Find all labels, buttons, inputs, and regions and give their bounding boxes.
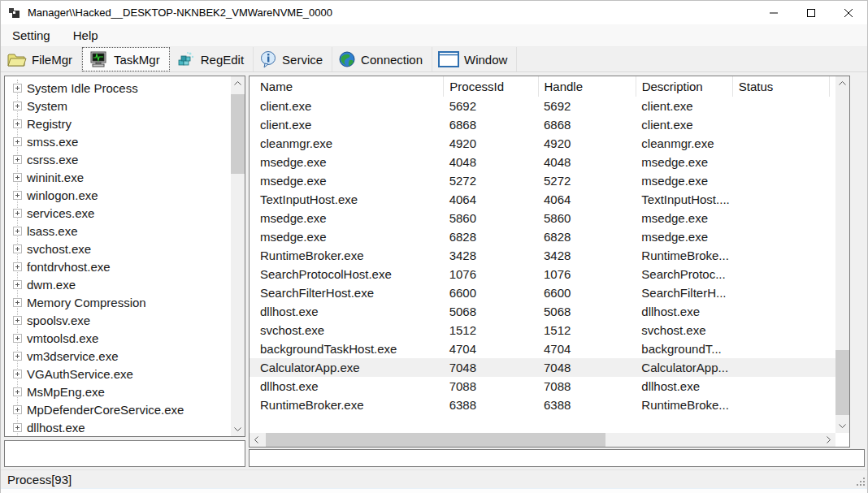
table-row[interactable]: CalculatorApp.exe 7048 7048 CalculatorAp… [250,358,835,377]
expand-plus-icon[interactable] [13,316,22,325]
table-row[interactable]: client.exe 6868 6868 client.exe "C [250,115,835,134]
cell-commandline: "C [830,339,835,358]
table-row[interactable]: msedge.exe 5272 5272 msedge.exe "C [250,171,835,190]
expand-plus-icon[interactable] [13,298,22,307]
scroll-left-icon[interactable] [250,433,263,447]
cell-description: TextInputHost.... [636,190,732,209]
tree-scroll-thumb[interactable] [231,94,245,174]
tree-item[interactable]: csrss.exe [5,150,231,168]
tree-item[interactable]: MpDefenderCoreService.exe [5,400,231,418]
scroll-down-icon[interactable] [835,419,849,433]
scroll-up-icon[interactable] [231,76,245,90]
expand-plus-icon[interactable] [13,262,22,271]
tree-item-label: MpDefenderCoreService.exe [27,403,184,417]
column-header-processid[interactable]: ProcessId [443,76,537,97]
tree-item[interactable]: svchost.exe [5,240,231,257]
cell-status [733,134,830,153]
scroll-right-icon[interactable] [822,433,835,447]
close-button[interactable] [830,1,867,24]
table-scroll-thumb[interactable] [835,350,849,415]
table-row[interactable]: cleanmgr.exe 4920 4920 cleanmgr.exe [250,134,835,153]
expand-plus-icon[interactable] [13,334,22,343]
tree-item[interactable]: fontdrvhost.exe [5,257,231,275]
toolbar-regedit-button[interactable]: RegEdit [170,47,254,71]
process-table-panel: NameProcessIdHandleDescriptionStatusC cl… [249,76,850,448]
column-header-c[interactable]: C [829,76,835,97]
table-row[interactable]: backgroundTaskHost.exe 4704 4704 backgro… [250,339,835,358]
expand-plus-icon[interactable] [13,244,22,253]
tree-item[interactable]: vm3dservice.exe [5,347,231,365]
table-row[interactable]: SearchProtocolHost.exe 1076 1076 SearchP… [250,265,835,283]
table-row[interactable]: SearchFilterHost.exe 6600 6600 SearchFil… [250,283,835,302]
expand-plus-icon[interactable] [13,387,22,396]
column-header-handle[interactable]: Handle [538,76,636,97]
expand-plus-icon[interactable] [13,280,22,289]
table-row[interactable]: TextInputHost.exe 4064 4064 TextInputHos… [250,190,835,209]
maximize-button[interactable] [792,1,830,24]
scroll-up-icon[interactable] [835,76,849,90]
tree-item-label: dwm.exe [27,278,76,292]
table-horizontal-scrollbar[interactable] [250,433,835,447]
tree-item[interactable]: dllhost.exe [5,418,231,436]
expand-plus-icon[interactable] [13,191,22,200]
menu-setting[interactable]: Setting [1,24,62,46]
toolbar-taskmgr-button[interactable]: TaskMgr [82,47,170,71]
expand-plus-icon[interactable] [13,209,22,218]
toolbar-connection-button[interactable]: Connection [332,47,432,71]
cell-description: client.exe [636,115,732,134]
tree-item[interactable]: Registry [5,115,231,132]
toolbar-filemgr-button[interactable]: FileMgr [1,47,82,71]
column-header-status[interactable]: Status [732,76,829,97]
tree-item[interactable]: lsass.exe [5,222,231,240]
table-row[interactable]: RuntimeBroker.exe 3428 3428 RuntimeBroke… [250,246,835,265]
tree-item[interactable]: services.exe [5,204,231,222]
tree-item[interactable]: spoolsv.exe [5,311,231,329]
table-row[interactable]: RuntimeBroker.exe 6388 6388 RuntimeBroke… [250,396,835,414]
tree-item[interactable]: System [5,97,231,115]
table-hscroll-thumb[interactable] [266,433,605,447]
column-header-name[interactable]: Name [250,76,443,97]
scroll-down-icon[interactable] [231,422,245,436]
table-row[interactable]: client.exe 5692 5692 client.exe "C [250,97,835,115]
tree-item[interactable]: System Idle Process [5,79,231,97]
menu-help[interactable]: Help [62,24,110,46]
expand-plus-icon[interactable] [13,84,22,93]
tree-item[interactable]: MsMpEng.exe [5,383,231,400]
table-row[interactable]: svchost.exe 1512 1512 svchost.exe [250,321,835,339]
expand-plus-icon[interactable] [13,423,22,432]
expand-plus-icon[interactable] [13,352,22,361]
expand-plus-icon[interactable] [13,405,22,414]
tree-item[interactable]: Memory Compression [5,293,231,311]
tree-item[interactable]: dwm.exe [5,275,231,293]
table-row[interactable]: dllhost.exe 7088 7088 dllhost.exe C [250,377,835,396]
table-row[interactable]: dllhost.exe 5068 5068 dllhost.exe C [250,302,835,321]
tree-item[interactable]: VGAuthService.exe [5,365,231,383]
minimize-button[interactable] [755,1,792,24]
toolbar-service-button[interactable]: Service [254,47,332,71]
table-row[interactable]: msedge.exe 4048 4048 msedge.exe "C [250,153,835,171]
tree-vertical-scrollbar[interactable] [231,76,245,436]
expand-plus-icon[interactable] [13,173,22,182]
window-title: Manager\\Hacked__DESKTOP-NKNBEK2_VMWareN… [28,6,332,19]
expand-plus-icon[interactable] [13,227,22,236]
table-row[interactable]: msedge.exe 6828 6828 msedge.exe "C [250,227,835,246]
column-header-description[interactable]: Description [636,76,732,97]
cell-commandline: "C [830,358,835,377]
tree-item-label: wininit.exe [27,171,84,184]
table-row[interactable]: msedge.exe 5860 5860 msedge.exe "C [250,209,835,227]
toolbar-window-button[interactable]: Window [432,47,517,71]
resize-grip-icon[interactable] [855,476,865,486]
expand-plus-icon[interactable] [13,137,22,146]
expand-plus-icon[interactable] [13,119,22,128]
tree-item[interactable]: smss.exe [5,132,231,150]
tree-item[interactable]: wininit.exe [5,168,231,186]
expand-plus-icon[interactable] [13,102,22,110]
tree-item[interactable]: vmtoolsd.exe [5,329,231,347]
cell-name: dllhost.exe [250,302,444,321]
table-vertical-scrollbar[interactable] [835,76,849,433]
cell-commandline: "C [830,97,835,115]
tree-item[interactable]: winlogon.exe [5,186,231,204]
expand-plus-icon[interactable] [13,155,22,164]
expand-plus-icon[interactable] [13,370,22,378]
cell-commandline [830,283,835,302]
